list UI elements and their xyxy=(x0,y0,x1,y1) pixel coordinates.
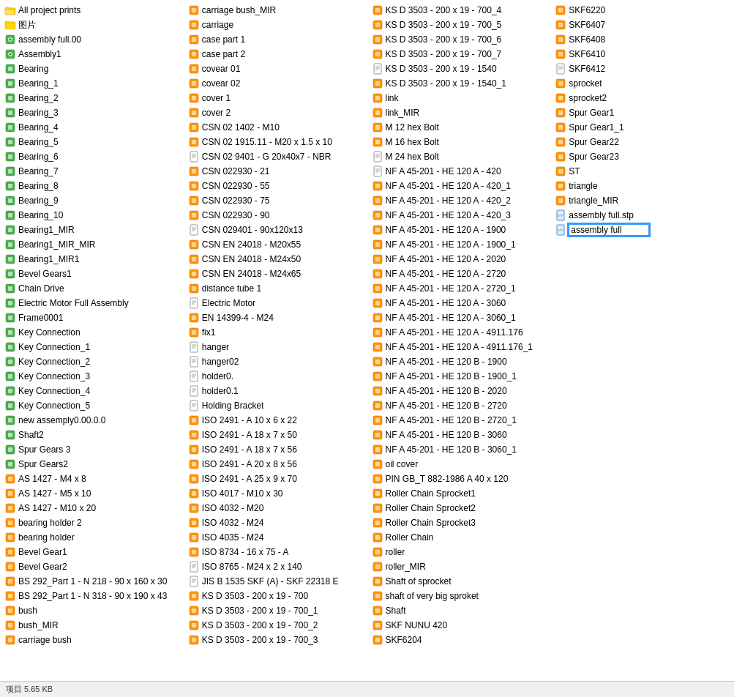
list-item[interactable]: ISO 4035 - M24 xyxy=(185,530,366,545)
list-item[interactable]: Bearing xyxy=(1,62,182,76)
list-item[interactable]: Electric Motor Full Assembly xyxy=(1,296,182,310)
list-item[interactable]: covear 02 xyxy=(185,76,366,91)
list-item[interactable]: Bearing1_MIR_MIR xyxy=(1,237,182,252)
list-item[interactable]: CSN EN 24018 - M24x50 xyxy=(185,252,366,267)
list-item[interactable]: cover 2 xyxy=(185,105,366,120)
list-item[interactable]: Bearing_4 xyxy=(1,120,182,135)
list-item[interactable]: AS 1427 - M4 x 8 xyxy=(1,472,182,486)
list-item[interactable]: ISO 2491 - A 10 x 6 x 22 xyxy=(185,413,366,428)
list-item[interactable]: Bearing_7 xyxy=(1,164,182,179)
list-item[interactable]: Shaft of sprocket xyxy=(369,574,550,589)
list-item[interactable]: NF A 45-201 - HE 120 A - 420 xyxy=(369,164,550,179)
list-item[interactable]: Bearing_3 xyxy=(1,105,182,120)
list-item[interactable]: 图片 xyxy=(1,18,182,32)
list-item[interactable]: CSN EN 24018 - M20x55 xyxy=(185,237,366,252)
list-item[interactable]: CSN 02 1915.11 - M20 x 1.5 x 10 xyxy=(185,135,366,149)
list-item[interactable]: KS D 3503 - 200 x 19 - 1540 xyxy=(369,62,550,76)
list-item[interactable]: Roller Chain Sprocket2 xyxy=(369,501,550,515)
list-item[interactable]: SKF NUNU 420 xyxy=(369,618,550,633)
list-item[interactable]: Bearing_1 xyxy=(1,76,182,91)
list-item[interactable]: new assemply0.00.0.0 xyxy=(1,413,182,428)
list-item[interactable]: Spur Gear1 xyxy=(552,105,733,120)
list-item[interactable]: AS 1427 - M10 x 20 xyxy=(1,501,182,515)
list-item[interactable]: hanger xyxy=(185,340,366,354)
list-item[interactable]: NF A 45-201 - HE 120 A - 1900_1 xyxy=(369,237,550,252)
list-item[interactable]: triangle xyxy=(552,179,733,193)
list-item[interactable]: NF A 45-201 - HE 120 B - 3060 xyxy=(369,428,550,442)
list-item[interactable]: ISO 4032 - M20 xyxy=(185,501,366,515)
list-item[interactable]: bush_MIR xyxy=(1,618,182,633)
list-item[interactable]: bearing holder 2 xyxy=(1,515,182,530)
list-item[interactable]: KS D 3503 - 200 x 19 - 700_4 xyxy=(369,3,550,18)
list-item[interactable]: Key Connection xyxy=(1,325,182,340)
list-item[interactable]: fix1 xyxy=(185,325,366,340)
list-item[interactable]: Bevel Gears1 xyxy=(1,267,182,281)
list-item[interactable]: ISO 2491 - A 18 x 7 x 50 xyxy=(185,428,366,442)
list-item[interactable]: covear 01 xyxy=(185,62,366,76)
list-item[interactable]: CSN 022930 - 75 xyxy=(185,193,366,208)
list-item[interactable]: Roller Chain Sprocket3 xyxy=(369,515,550,530)
list-item[interactable]: SKF6204 xyxy=(369,633,550,647)
list-item[interactable]: NF A 45-201 - HE 120 A - 2020 xyxy=(369,252,550,267)
list-item[interactable]: holder0. xyxy=(185,369,366,384)
list-item[interactable]: Spur Gear22 xyxy=(552,135,733,149)
list-item[interactable]: bush xyxy=(1,603,182,618)
list-item[interactable]: NF A 45-201 - HE 120 B - 1900 xyxy=(369,354,550,369)
rename-input[interactable] xyxy=(569,224,649,236)
list-item[interactable]: BS 292_Part 1 - N 218 - 90 x 160 x 30 xyxy=(1,574,182,589)
list-item[interactable]: oil cover xyxy=(369,457,550,472)
list-item[interactable]: ISO 2491 - A 20 x 8 x 56 xyxy=(185,457,366,472)
list-item[interactable]: carriage xyxy=(185,18,366,32)
list-item[interactable]: sprocket xyxy=(552,76,733,91)
list-item[interactable]: AS 1427 - M5 x 10 xyxy=(1,486,182,501)
list-item[interactable]: NF A 45-201 - HE 120 A - 4911.176 xyxy=(369,325,550,340)
list-item[interactable]: KS D 3503 - 200 x 19 - 700_7 xyxy=(369,47,550,62)
list-item[interactable]: ISO 2491 - A 25 x 9 x 70 xyxy=(185,472,366,486)
list-item[interactable]: Key Connection_3 xyxy=(1,369,182,384)
list-item[interactable]: M 16 hex Bolt xyxy=(369,135,550,149)
list-item[interactable]: PIN GB_T 882-1986 A 40 x 120 xyxy=(369,472,550,486)
list-item[interactable]: Holding Bracket xyxy=(185,398,366,413)
list-item[interactable]: Bearing1_MIR1 xyxy=(1,252,182,267)
list-item[interactable]: Key Connection_1 xyxy=(1,340,182,354)
list-item[interactable]: KS D 3503 - 200 x 19 - 700_3 xyxy=(185,633,366,647)
list-item[interactable]: ISO 8734 - 16 x 75 - A xyxy=(185,545,366,559)
list-item[interactable]: KS D 3503 - 200 x 19 - 700 xyxy=(185,589,366,603)
list-item[interactable]: link xyxy=(369,91,550,105)
list-item[interactable]: NF A 45-201 - HE 120 A - 2720_1 xyxy=(369,281,550,296)
list-item[interactable]: BS 292_Part 1 - N 318 - 90 x 190 x 43 xyxy=(1,589,182,603)
list-item[interactable]: M 12 hex Bolt xyxy=(369,120,550,135)
list-item[interactable]: link_MIR xyxy=(369,105,550,120)
list-item[interactable]: ISO 2491 - A 18 x 7 x 56 xyxy=(185,442,366,457)
list-item[interactable]: KS D 3503 - 200 x 19 - 700_1 xyxy=(185,603,366,618)
list-item[interactable]: NF A 45-201 - HE 120 A - 420_2 xyxy=(369,193,550,208)
list-item[interactable]: NF A 45-201 - HE 120 A - 2720 xyxy=(369,267,550,281)
list-item[interactable]: carriage bush_MIR xyxy=(185,3,366,18)
list-item[interactable]: Key Connection_5 xyxy=(1,398,182,413)
list-item[interactable]: Bearing_10 xyxy=(1,208,182,223)
list-item[interactable]: ISO 4032 - M24 xyxy=(185,515,366,530)
list-item[interactable]: ST xyxy=(552,164,733,179)
list-item[interactable]: Electric Motor xyxy=(185,296,366,310)
list-item[interactable]: cover 1 xyxy=(185,91,366,105)
list-item[interactable]: holder0.1 xyxy=(185,384,366,398)
list-item[interactable]: All project prints xyxy=(1,3,182,18)
list-item[interactable]: NF A 45-201 - HE 120 A - 420_3 xyxy=(369,208,550,223)
list-item[interactable]: CSN 022930 - 90 xyxy=(185,208,366,223)
list-item[interactable]: KS D 3503 - 200 x 19 - 700_6 xyxy=(369,32,550,47)
list-item[interactable]: NF A 45-201 - HE 120 B - 2720 xyxy=(369,398,550,413)
list-item[interactable]: roller_MIR xyxy=(369,559,550,574)
list-item[interactable]: Shaft2 xyxy=(1,428,182,442)
list-item[interactable]: JIS B 1535 SKF (A) - SKF 22318 E xyxy=(185,574,366,589)
list-item[interactable]: SKF6410 xyxy=(552,47,733,62)
list-item[interactable]: Spur Gears2 xyxy=(1,457,182,472)
list-item[interactable]: triangle_MIR xyxy=(552,193,733,208)
list-item[interactable]: shaft of very big sproket xyxy=(369,589,550,603)
list-item[interactable]: Shaft xyxy=(369,603,550,618)
list-item[interactable]: Roller Chain xyxy=(369,530,550,545)
list-item[interactable]: KS D 3503 - 200 x 19 - 700_5 xyxy=(369,18,550,32)
list-item[interactable]: bearing holder xyxy=(1,530,182,545)
list-item[interactable]: STP xyxy=(552,223,733,237)
list-item[interactable]: NF A 45-201 - HE 120 B - 2720_1 xyxy=(369,413,550,428)
list-item[interactable]: NF A 45-201 - HE 120 A - 420_1 xyxy=(369,179,550,193)
